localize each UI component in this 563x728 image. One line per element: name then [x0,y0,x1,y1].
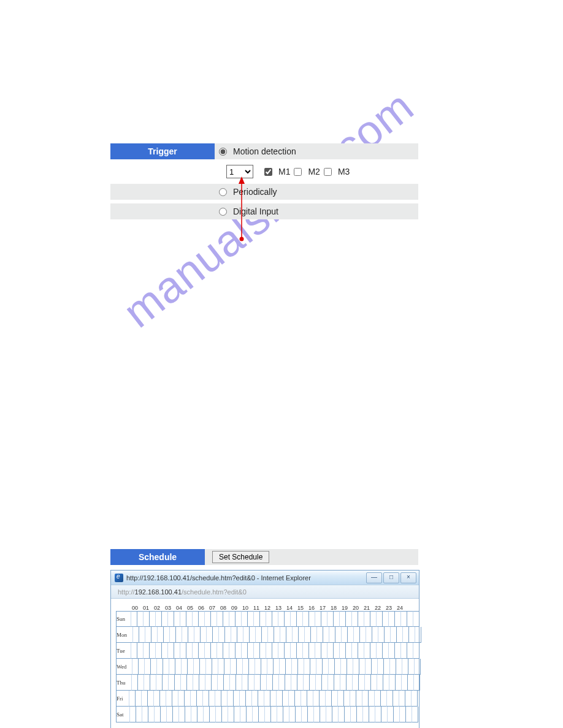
schedule-cell[interactable] [315,643,321,659]
schedule-cell[interactable] [283,691,289,707]
schedule-cell[interactable] [158,627,164,643]
schedule-cell[interactable] [144,643,150,659]
schedule-cell[interactable] [207,627,213,643]
schedule-cell[interactable] [377,675,383,691]
schedule-cell[interactable] [216,707,222,722]
schedule-cell[interactable] [381,707,388,722]
schedule-cell[interactable] [173,707,179,722]
schedule-cell[interactable] [344,691,350,707]
schedule-cell[interactable] [150,675,156,691]
schedule-cell[interactable] [129,691,136,707]
schedule-cell[interactable] [321,643,327,659]
schedule-cell[interactable] [413,643,419,659]
schedule-cell[interactable] [179,707,185,722]
schedule-cell[interactable] [157,659,163,675]
schedule-cell[interactable] [249,659,255,675]
schedule-cell[interactable] [127,627,133,643]
schedule-cell[interactable] [301,691,307,707]
schedule-cell[interactable] [345,707,351,722]
schedule-cell[interactable] [185,691,191,707]
schedule-cell[interactable] [215,691,221,707]
schedule-cell[interactable] [236,675,242,691]
schedule-cell[interactable] [161,707,167,722]
schedule-cell[interactable] [327,611,334,627]
schedule-cell[interactable] [273,675,279,691]
schedule-cell[interactable] [377,611,383,627]
schedule-cell[interactable] [358,611,364,627]
schedule-cell[interactable] [378,627,385,643]
schedule-cell[interactable] [203,691,209,707]
schedule-cell[interactable] [199,675,205,691]
schedule-cell[interactable] [369,691,375,707]
schedule-cell[interactable] [125,643,131,659]
schedule-cell[interactable] [136,691,142,707]
schedule-cell[interactable] [316,675,322,691]
schedule-cell[interactable] [259,707,265,722]
schedule-cell[interactable] [213,627,219,643]
schedule-cell[interactable] [289,707,296,722]
schedule-cell[interactable] [250,627,256,643]
schedule-cell[interactable] [206,659,212,675]
schedule-cell[interactable] [174,611,180,627]
schedule-cell[interactable] [200,659,206,675]
schedule-cell[interactable] [248,675,255,691]
schedule-cell[interactable] [253,707,259,722]
schedule-cell[interactable] [221,691,228,707]
schedule-cell[interactable] [298,659,304,675]
schedule-cell[interactable] [218,675,224,691]
schedule-cell[interactable] [264,691,270,707]
schedule-cell[interactable] [375,691,381,707]
schedule-cell[interactable] [370,643,377,659]
schedule-cell[interactable] [335,659,341,675]
schedule-cell[interactable] [162,643,168,659]
schedule-cell[interactable] [236,643,242,659]
schedule-cell[interactable] [303,643,309,659]
schedule-cell[interactable] [401,643,407,659]
schedule-cell[interactable] [224,675,230,691]
schedule-cell[interactable] [351,707,357,722]
schedule-cell[interactable] [248,643,254,659]
schedule-cell[interactable] [303,611,309,627]
schedule-cell[interactable] [240,707,247,722]
schedule-cell[interactable] [354,627,360,643]
schedule-cell[interactable] [132,675,138,691]
schedule-cell[interactable] [126,659,132,675]
schedule-cell[interactable] [180,643,186,659]
schedule-cell[interactable] [123,691,129,707]
schedule-cell[interactable] [194,659,200,675]
checkbox-m3[interactable] [324,168,332,176]
schedule-cell[interactable] [389,675,396,691]
schedule-cell[interactable] [151,659,157,675]
schedule-cell[interactable] [265,707,271,722]
schedule-cell[interactable] [266,611,272,627]
schedule-cell[interactable] [172,691,178,707]
set-schedule-button[interactable]: Set Schedule [212,551,269,563]
schedule-cell[interactable] [142,707,148,722]
schedule-cell[interactable] [414,675,420,691]
schedule-cell[interactable] [212,675,218,691]
schedule-cell[interactable] [346,611,352,627]
window-maximize-button[interactable]: □ [383,572,399,583]
schedule-cell[interactable] [364,643,370,659]
schedule-cell[interactable] [277,707,283,722]
schedule-cell[interactable] [285,643,291,659]
schedule-cell[interactable] [353,675,359,691]
schedule-cell[interactable] [395,611,401,627]
schedule-cell[interactable] [228,691,234,707]
schedule-cell[interactable] [366,659,372,675]
schedule-cell[interactable] [353,659,359,675]
schedule-cell[interactable] [217,643,223,659]
schedule-cell[interactable] [156,643,162,659]
schedule-cell[interactable] [279,675,285,691]
schedule-cell[interactable] [334,643,340,659]
schedule-cell[interactable] [137,643,144,659]
schedule-cell[interactable] [268,627,274,643]
schedule-cell[interactable] [394,707,400,722]
schedule-cell[interactable] [180,611,186,627]
schedule-cell[interactable] [194,627,201,643]
schedule-cell[interactable] [385,627,391,643]
schedule-cell[interactable] [197,707,204,722]
schedule-cell[interactable] [191,691,197,707]
schedule-cell[interactable] [186,643,193,659]
schedule-cell[interactable] [369,707,375,722]
